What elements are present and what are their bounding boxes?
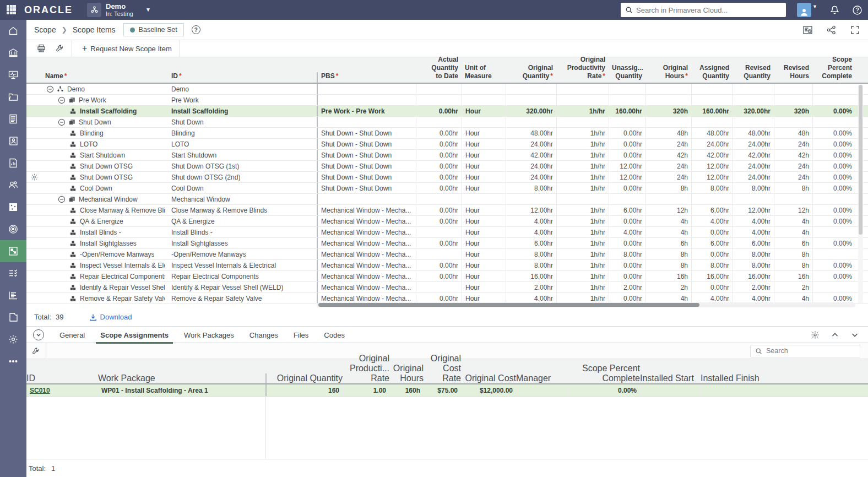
cell-oq[interactable]: 12.00hr	[506, 205, 556, 215]
cell-actual[interactable]: 0.00hr	[416, 260, 462, 270]
cell-aq[interactable]: 8.00hr	[691, 260, 733, 270]
cell-rh[interactable]	[774, 95, 812, 105]
detail-column-header-scope-percent-complete[interactable]: Scope Percent Complete	[568, 364, 640, 383]
cell-spc[interactable]	[812, 117, 855, 127]
cell-rq[interactable]: 16.00hr	[733, 271, 774, 281]
cell-aq[interactable]: 8.00hr	[691, 183, 733, 193]
fullscreen-icon[interactable]	[850, 25, 860, 35]
cell-name[interactable]: Cool Down	[42, 183, 168, 193]
cell-rh[interactable]	[774, 194, 812, 204]
cell-pbs[interactable]	[317, 117, 416, 127]
tab-files[interactable]: Files	[286, 327, 316, 343]
cell-spc[interactable]: 0.00%	[812, 205, 855, 215]
cell-rh[interactable]: 24h	[774, 172, 812, 182]
cell-id[interactable]: Blinding	[168, 128, 317, 138]
detail-cell[interactable]	[701, 384, 761, 396]
scope-item-row[interactable]: Identify & Repair Vessel Shell...Identif…	[26, 282, 868, 293]
cell-opr[interactable]: 1h/hr	[556, 128, 609, 138]
collapse-row-button[interactable]	[58, 118, 66, 126]
cell-id[interactable]: Shut down OTSG (2nd)	[168, 172, 317, 182]
cell-id[interactable]: Remove & Repair Safety Valve	[168, 293, 317, 303]
cell-un[interactable]: 8.00hr	[609, 249, 645, 259]
cell-id[interactable]: Shut Down OTSG (1st)	[168, 161, 317, 171]
breadcrumb-scope[interactable]: Scope	[34, 25, 56, 34]
cell-actual[interactable]: 0.00hr	[416, 271, 462, 281]
cell-un[interactable]: 0.00hr	[609, 260, 645, 270]
cell-pbs[interactable]: Mechanical Window - Mecha...	[317, 249, 416, 259]
cell-oq[interactable]: 320.00hr	[506, 106, 556, 116]
cell-rh[interactable]: 12h	[774, 205, 812, 215]
cell-name[interactable]: Blinding	[42, 128, 168, 138]
detail-column-header-installedstart[interactable]: Installed Start	[640, 373, 701, 383]
detail-column-header-original-producti-rate[interactable]: Original Producti... Rate	[343, 354, 389, 383]
cell-oh[interactable]: 4h	[645, 227, 691, 237]
cell-uom[interactable]: Hour	[462, 139, 506, 149]
cell-actual[interactable]: 0.00hr	[416, 216, 462, 226]
detail-column-header-workpackage[interactable]: Work Package	[98, 373, 265, 383]
collapse-row-button[interactable]	[58, 96, 66, 104]
cell-aq[interactable]	[691, 117, 733, 127]
cell-opr[interactable]: 1h/hr	[556, 106, 609, 116]
detail-cell[interactable]: 0.00%	[568, 384, 640, 396]
cell-uom[interactable]: Hour	[462, 150, 506, 160]
sidebar-item-document[interactable]	[0, 108, 26, 130]
cell-rq[interactable]: 8.00hr	[733, 249, 774, 259]
cell-un[interactable]: 0.00hr	[609, 238, 645, 248]
cell-oh[interactable]	[645, 194, 691, 204]
cell-rq[interactable]: 48.00hr	[733, 128, 774, 138]
cell-rh[interactable]: 8h	[774, 249, 812, 259]
cell-uom[interactable]	[462, 194, 506, 204]
scope-item-row[interactable]: Close Manway & Remove Bli...Close Manway…	[26, 205, 868, 216]
cell-uom[interactable]: Hour	[462, 106, 506, 116]
detail-cell[interactable]: $12,000.00	[461, 384, 516, 396]
row-gear-icon[interactable]	[30, 173, 39, 181]
cell-rh[interactable]: 16h	[774, 271, 812, 281]
sidebar-item-chart-doc[interactable]	[0, 152, 26, 174]
cell-name[interactable]: Remove & Repair Safety Valve	[42, 293, 168, 303]
cell-actual[interactable]	[416, 227, 462, 237]
cell-un[interactable]	[609, 117, 645, 127]
cell-pbs[interactable]: Shut Down - Shut Down	[317, 172, 416, 182]
cell-opr[interactable]: 1h/hr	[556, 139, 609, 149]
cell-aq[interactable]: 16.00hr	[691, 271, 733, 281]
scrollbar-thumb[interactable]	[318, 303, 699, 307]
tab-work-packages[interactable]: Work Packages	[176, 327, 242, 343]
cell-name[interactable]: Mechanical Window	[42, 194, 168, 204]
cell-actual[interactable]: 0.00hr	[416, 161, 462, 171]
detail-column-header-manager[interactable]: Manager	[516, 373, 568, 383]
detail-column-header-installedfinish[interactable]: Installed Finish	[701, 373, 761, 383]
cell-oq[interactable]: 16.00hr	[506, 271, 556, 281]
sidebar-item-bank[interactable]	[0, 42, 26, 64]
cell-spc[interactable]	[812, 249, 855, 259]
scope-item-row[interactable]: Repair Electrical ComponentsRepair Elect…	[26, 271, 868, 282]
cell-name[interactable]: Start Shutdown	[42, 150, 168, 160]
cell-un[interactable]: 0.00hr	[609, 139, 645, 149]
cell-spc[interactable]: 0.00%	[812, 260, 855, 270]
cell-aq[interactable]: 12.00hr	[691, 161, 733, 171]
cell-oh[interactable]: 2h	[645, 282, 691, 292]
cell-rq[interactable]	[733, 95, 774, 105]
cell-un[interactable]	[609, 194, 645, 204]
cell-uom[interactable]: Hour	[462, 249, 506, 259]
cell-uom[interactable]	[462, 117, 506, 127]
cell-aq[interactable]: 4.00hr	[691, 216, 733, 226]
cell-id[interactable]: Demo	[168, 84, 317, 94]
cell-rq[interactable]: 24.00hr	[733, 172, 774, 182]
cell-uom[interactable]: Hour	[462, 161, 506, 171]
cell-uom[interactable]: Hour	[462, 271, 506, 281]
cell-oq[interactable]: 42.00hr	[506, 150, 556, 160]
cell-rh[interactable]: 6h	[774, 238, 812, 248]
cell-rq[interactable]: 8.00hr	[733, 183, 774, 193]
sidebar-item-target[interactable]	[0, 218, 26, 240]
scope-item-row[interactable]: Install Blinds -Install Blinds -Mechanic…	[26, 227, 868, 238]
cell-actual[interactable]	[416, 194, 462, 204]
cell-un[interactable]	[609, 95, 645, 105]
cell-pbs[interactable]: Mechanical Window - Mecha...	[317, 271, 416, 281]
cell-oq[interactable]: 2.00hr	[506, 282, 556, 292]
cell-aq[interactable]	[691, 84, 733, 94]
scope-item-row[interactable]: Shut Down OTSGShut down OTSG (2nd)Shut D…	[26, 172, 868, 183]
cell-id[interactable]: Close Manway & Remove Blinds	[168, 205, 317, 215]
cell-opr[interactable]: 1h/hr	[556, 227, 609, 237]
cell-pbs[interactable]: Mechanical Window - Mecha...	[317, 205, 416, 215]
detail-column-header-original-costrate[interactable]: Original Cost Rate	[424, 354, 461, 383]
